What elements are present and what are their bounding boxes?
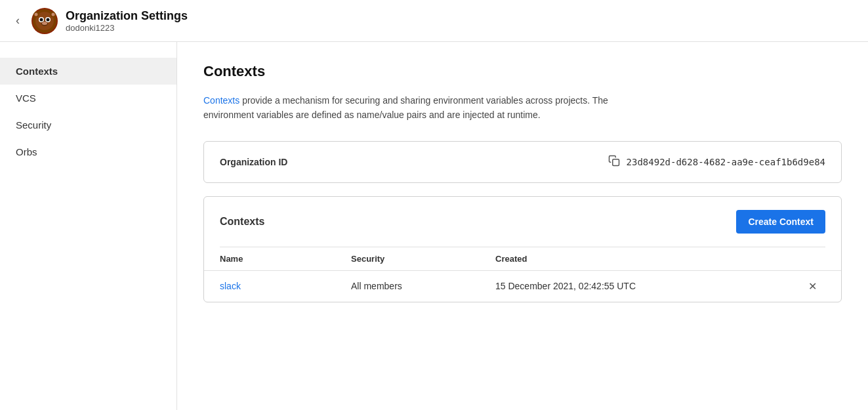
col-header-created: Created — [495, 254, 799, 264]
layout: Contexts VCS Security Orbs Contexts Cont… — [0, 42, 868, 410]
contexts-card-header: Contexts Create Context — [204, 197, 841, 247]
org-id-card: Organization ID 23d8492d-d628-4682-aa9e-… — [203, 141, 842, 183]
back-button[interactable]: ‹ — [13, 11, 22, 30]
sidebar-item-security[interactable]: Security — [0, 112, 176, 138]
org-id-label: Organization ID — [220, 157, 287, 167]
copy-icon[interactable] — [608, 155, 620, 169]
create-context-button[interactable]: Create Context — [736, 210, 825, 234]
contexts-card-title: Contexts — [220, 216, 264, 228]
sidebar-item-orbs[interactable]: Orbs — [0, 138, 176, 165]
col-header-security: Security — [351, 254, 495, 264]
org-title: Organization Settings — [66, 9, 188, 23]
org-id-uuid: 23d8492d-d628-4682-aa9e-ceaf1b6d9e84 — [627, 157, 825, 167]
svg-point-4 — [40, 18, 43, 21]
description: Contexts provide a mechanism for securin… — [203, 93, 623, 123]
main-content: Contexts Contexts provide a mechanism fo… — [177, 42, 868, 410]
top-header: ‹ Organization Settings dodonki1223 — [0, 0, 868, 42]
svg-point-10 — [35, 12, 38, 16]
table-row: slack All members 15 December 2021, 02:4… — [204, 271, 841, 302]
delete-row-button[interactable]: ✕ — [799, 280, 825, 293]
org-info: Organization Settings dodonki1223 — [66, 9, 188, 33]
org-id-row: Organization ID 23d8492d-d628-4682-aa9e-… — [204, 142, 841, 182]
row-created: 15 December 2021, 02:42:55 UTC — [495, 281, 799, 291]
page-title: Contexts — [203, 63, 842, 80]
svg-point-11 — [52, 12, 55, 16]
org-id-value-group: 23d8492d-d628-4682-aa9e-ceaf1b6d9e84 — [608, 155, 825, 169]
row-name: slack — [220, 281, 351, 291]
row-security: All members — [351, 281, 495, 291]
sidebar: Contexts VCS Security Orbs — [0, 42, 177, 410]
org-avatar — [31, 8, 58, 34]
org-avatar-icon — [33, 9, 56, 33]
col-header-name: Name — [220, 254, 351, 264]
contexts-link[interactable]: Contexts — [203, 95, 239, 106]
context-link-slack[interactable]: slack — [220, 281, 241, 291]
description-text: provide a mechanism for securing and sha… — [203, 95, 608, 120]
svg-point-5 — [47, 18, 50, 21]
org-subtitle: dodonki1223 — [66, 23, 188, 33]
contexts-card: Contexts Create Context Name Security Cr… — [203, 196, 842, 302]
col-header-actions — [799, 254, 825, 264]
sidebar-item-contexts[interactable]: Contexts — [0, 58, 176, 85]
svg-rect-12 — [612, 159, 619, 166]
sidebar-item-vcs[interactable]: VCS — [0, 85, 176, 112]
table-header: Name Security Created — [204, 247, 841, 271]
svg-point-7 — [42, 22, 47, 25]
